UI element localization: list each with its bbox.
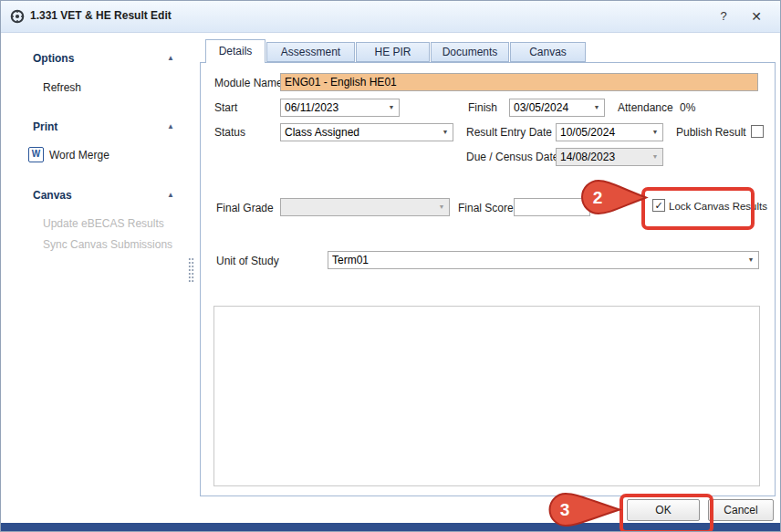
result-entry-date-dropdown[interactable]: 10/05/2024 ▼ <box>556 123 663 141</box>
chevron-down-icon: ▼ <box>650 149 661 165</box>
finish-label: Finish <box>468 101 497 114</box>
word-icon: W <box>28 147 44 162</box>
tab-details[interactable]: Details <box>205 39 266 63</box>
sidebar-item-label: Update eBECAS Results <box>43 217 164 230</box>
bottom-strip <box>1 523 780 531</box>
splitter-grip[interactable] <box>188 257 194 283</box>
attendance-label: Attendance <box>618 101 673 114</box>
sidebar-item-refresh[interactable]: Refresh <box>43 81 81 94</box>
chevron-down-icon: ▼ <box>650 124 661 141</box>
module-name-input[interactable]: ENG01 - English HE01 <box>280 73 758 91</box>
collapse-arrow-icon[interactable]: ▲ <box>167 120 174 133</box>
dropdown-value: 06/11/2023 <box>285 99 384 116</box>
dropdown-value: 14/08/2023 <box>560 149 648 165</box>
chevron-down-icon: ▼ <box>386 99 397 116</box>
start-label: Start <box>214 101 237 114</box>
due-census-date-label: Due / Census Date <box>466 151 558 163</box>
chevron-down-icon: ▼ <box>436 199 447 215</box>
unit-of-study-dropdown[interactable]: Term01 ▼ <box>328 251 759 269</box>
sidebar-section-options[interactable]: Options ▲ <box>33 52 174 65</box>
unit-of-study-label: Unit of Study <box>216 255 279 267</box>
ok-button[interactable]: OK <box>627 499 700 521</box>
attendance-value: 0% <box>680 101 695 114</box>
tab-he-pir[interactable]: HE PIR <box>356 42 430 62</box>
final-grade-label: Final Grade <box>216 202 274 214</box>
notes-textarea[interactable] <box>213 306 760 486</box>
dropdown-value: Class Assigned <box>285 124 438 141</box>
sidebar-item-sync-canvas-submissions[interactable]: Sync Canvas Submissions <box>43 238 172 251</box>
sidebar-item-word-merge[interactable]: W Word Merge <box>28 147 109 162</box>
publish-result-label: Publish Result <box>676 126 746 139</box>
close-icon[interactable]: ✕ <box>745 7 767 26</box>
dialog-window: 1.331 VET & HE Result Edit ? ✕ Options ▲… <box>0 0 781 532</box>
chevron-down-icon: ▼ <box>440 124 451 141</box>
result-entry-date-label: Result Entry Date <box>466 126 552 139</box>
tab-documents[interactable]: Documents <box>431 42 509 62</box>
final-score-label: Final Score <box>458 202 514 214</box>
start-date-dropdown[interactable]: 06/11/2023 ▼ <box>280 99 400 117</box>
chevron-down-icon: ▼ <box>745 252 756 268</box>
lock-canvas-results-checkbox[interactable]: ✓ <box>652 199 665 212</box>
publish-result-checkbox[interactable] <box>751 125 764 138</box>
sidebar-item-label: Refresh <box>43 81 81 94</box>
collapse-arrow-icon[interactable]: ▲ <box>167 189 174 202</box>
help-button[interactable]: ? <box>713 7 734 26</box>
annotation-step-number: 3 <box>560 500 570 519</box>
final-score-input[interactable] <box>514 198 590 216</box>
due-census-date-dropdown[interactable]: 14/08/2023 ▼ <box>556 148 663 166</box>
sidebar-section-print[interactable]: Print ▲ <box>33 120 174 133</box>
lock-canvas-results-label: Lock Canvas Results <box>669 201 767 212</box>
window-title: 1.331 VET & HE Result Edit <box>30 9 172 22</box>
tab-canvas[interactable]: Canvas <box>510 42 586 62</box>
chevron-down-icon: ▼ <box>591 99 602 116</box>
dropdown-value: 03/05/2024 <box>514 99 589 116</box>
section-title: Options <box>33 52 74 65</box>
notes-group: Notes <box>205 293 770 495</box>
section-title: Print <box>33 120 57 133</box>
sidebar-item-label: Word Merge <box>49 149 109 162</box>
dropdown-value: Term01 <box>332 252 744 268</box>
sidebar-item-label: Sync Canvas Submissions <box>43 238 172 251</box>
sidebar-item-update-ebecas-results[interactable]: Update eBECAS Results <box>43 217 164 230</box>
app-icon <box>10 9 25 24</box>
section-title: Canvas <box>33 189 72 202</box>
module-name-label: Module Name <box>214 77 283 89</box>
status-label: Status <box>214 126 245 139</box>
dropdown-value: 10/05/2024 <box>560 124 648 141</box>
sidebar-section-canvas[interactable]: Canvas ▲ <box>33 189 174 202</box>
module-name-value: ENG01 - English HE01 <box>285 74 755 90</box>
final-grade-dropdown[interactable]: ▼ <box>280 198 450 216</box>
finish-date-dropdown[interactable]: 03/05/2024 ▼ <box>509 99 605 117</box>
cancel-button[interactable]: Cancel <box>708 499 774 521</box>
titlebar: 1.331 VET & HE Result Edit ? ✕ <box>1 1 780 33</box>
status-dropdown[interactable]: Class Assigned ▼ <box>280 123 453 141</box>
collapse-arrow-icon[interactable]: ▲ <box>167 52 174 65</box>
tab-assessment[interactable]: Assessment <box>266 42 355 62</box>
